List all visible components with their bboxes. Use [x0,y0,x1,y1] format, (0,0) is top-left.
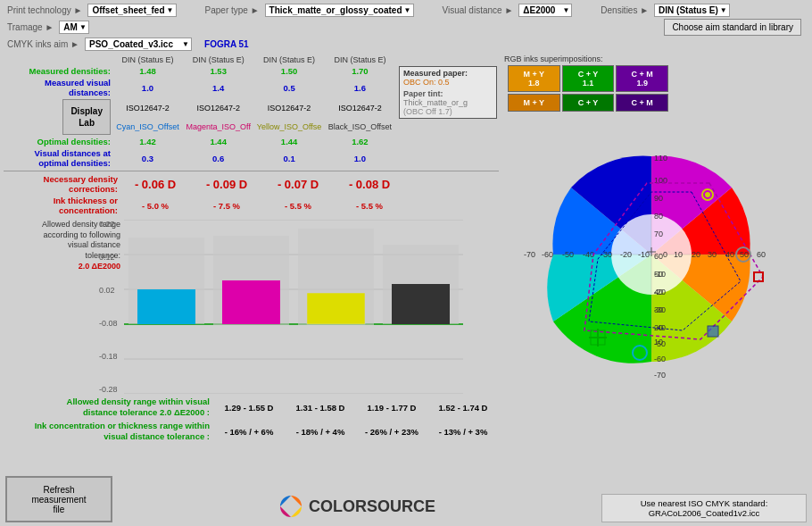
svg-text:70: 70 [654,230,663,238]
svg-text:110: 110 [654,154,667,163]
paper-tint-label: Paper tint: [403,89,493,98]
visual-at-optimal-label: Visual distances at optimal densities: [4,147,112,169]
svg-text:50: 50 [740,250,749,259]
cyan-conc-range: - 16% / + 6% [213,420,285,444]
svg-point-52 [705,192,710,197]
cyan-density-range: 1.29 - 1.55 D [213,396,285,420]
cmyk-dropdown[interactable]: PSO_Coated_v3.icc ▼ [85,38,192,51]
my-top: M + Y 1.8 [508,65,560,92]
svg-text:20: 20 [692,250,700,259]
svg-text:-40: -40 [583,250,594,259]
paper-type-dropdown[interactable]: Thick_matte_or_glossy_coated ▼ [265,4,414,17]
measured-visual-label: Measured visual distances: [4,77,112,98]
my-cell-bottom: M + Y [508,94,560,112]
svg-rect-12 [307,293,365,324]
corrections-table: Necessary density corrections: - 0.06 D … [4,173,499,216]
magenta-measured-visual: 1.4 [183,77,253,98]
optimal-densities-label: Optimal densities: [4,136,112,147]
logo-text: COLORSOURCE [309,497,435,516]
cyan-optimal-density: 1.42 [112,136,183,147]
logo-section: COLORSOURCE [121,490,592,522]
cmyk-arrow-icon: ▼ [182,40,189,48]
density-corrections-label: Necessary density corrections: [4,173,120,195]
cyan-measured-density: 1.48 [112,65,183,77]
cm-bottom: C + M [616,94,668,112]
black-density-range: 1.52 - 1.74 D [427,396,499,420]
y-label-3: 0.02 [99,286,118,295]
yellow-density-correction: - 0.07 D [262,173,334,195]
rgb-superimpositions: RGB inks superimpositions: M + Y 1.8 C +… [504,54,808,112]
iso-recommendation-text: Use nearest ISO CMYK standard: GRACoL200… [641,498,768,518]
svg-text:-30: -30 [654,305,666,314]
choose-aim-button[interactable]: Choose aim standard in library [664,19,801,36]
fogra-label: FOGRA 51 [204,39,249,49]
measured-paper-box: Measured paper: OBC On: 0.5 Paper tint: … [399,66,497,119]
paper-type-label: Paper type ► [205,5,260,15]
top-row-3: CMYK inks aim ► PSO_Coated_v3.icc ▼ FOGR… [7,38,805,51]
magenta-target-ink2: Magenta_ISO_Off [183,117,253,136]
magenta-conc-range: - 18% / + 4% [285,420,356,444]
svg-rect-58 [708,326,718,337]
tramage-dropdown[interactable]: AM ▼ [59,21,89,34]
top-row-1: Print technology ► Offset_sheet_fed ▼ Pa… [7,4,805,17]
visual-distance-dropdown[interactable]: ΔE2000 ▼ [518,4,572,17]
colorsource-logo-icon [278,494,303,519]
svg-rect-10 [137,289,195,324]
ink-concentration-label: Ink thickness or concentration: [4,195,120,216]
paper-measured-section: Measured paper: OBC On: 0.5 Paper tint: … [395,65,499,147]
yellow-optimal-density: 1.44 [253,136,324,147]
svg-text:60: 60 [654,252,663,261]
cyan-measured-visual: 1.0 [112,77,183,98]
svg-text:-60: -60 [654,355,666,363]
top-bar: Print technology ► Offset_sheet_fed ▼ Pa… [0,0,812,53]
black-conc-range: - 13% / + 3% [427,420,499,444]
densities-dropdown[interactable]: DIN (Status E) ▼ [654,4,730,17]
tramage-arrow-icon: ▼ [79,23,87,31]
densities-arrow-icon: ▼ [720,6,727,14]
svg-text:-20: -20 [654,288,666,296]
right-panel: RGB inks superimpositions: M + Y 1.8 C +… [504,54,808,443]
cyan-density-correction: - 0.06 D [120,173,191,195]
black-optimal-density: 1.62 [325,136,395,147]
refresh-measurement-button[interactable]: Refresh measurement file [5,476,112,522]
cy-top: C + Y 1.1 [562,65,615,92]
svg-rect-11 [222,280,280,324]
svg-text:-20: -20 [620,250,632,259]
magenta-measured-density: 1.53 [183,65,253,77]
cy-bottom: C + Y [562,94,615,112]
tramage-label: Tramage ► [7,22,54,32]
density-ranges-section: Allowed density range within visual dist… [4,396,499,443]
col-header-magenta: DIN (Status E) [183,54,253,65]
density-table: DIN (Status E) DIN (Status E) DIN (Statu… [4,54,499,169]
print-tech-label: Print technology ► [7,5,82,15]
svg-text:80: 80 [654,212,663,221]
separator-1 [4,171,499,171]
svg-text:-50: -50 [562,250,574,259]
yellow-measured-density: 1.50 [253,65,324,77]
svg-text:40: 40 [725,250,734,259]
display-lab-cell: Display Lab [4,98,112,136]
bar-chart-svg [124,220,463,394]
black-concentration: - 5.5 % [334,195,405,216]
my-cell-top: M + Y 1.8 [508,65,560,92]
densities-label: Densities ► [601,5,649,15]
cyan-target-ink: ISO12647-2 [112,98,183,117]
iso-recommendation-box: Use nearest ISO CMYK standard: GRACoL200… [601,494,807,522]
density-range-label: Allowed density range within visual dist… [4,396,213,420]
rgb-title: RGB inks superimpositions: [504,54,808,63]
visual-distance-label: Visual distance ► [443,5,514,15]
visual-distance-arrow-icon: ▼ [562,6,569,14]
svg-text:30: 30 [708,250,717,259]
y-axis-labels: 0.22 0.12 0.02 -0.08 -0.18 -0.28 [99,220,118,394]
display-lab-button[interactable]: Display Lab [62,99,111,135]
svg-text:-60: -60 [542,250,553,259]
main-container: Print technology ► Offset_sheet_fed ▼ Pa… [0,0,812,526]
black-visual-at-optimal: 1.0 [325,147,395,169]
print-tech-dropdown[interactable]: Offset_sheet_fed ▼ [87,4,176,17]
magenta-density-range: 1.31 - 1.58 D [285,396,356,420]
measured-densities-label: Measured densities: [4,65,112,77]
cmyk-label: CMYK inks aim ► [7,39,79,49]
yellow-visual-at-optimal: 0.1 [253,147,324,169]
y-label-4: -0.08 [99,319,118,328]
content-row: DIN (Status E) DIN (Status E) DIN (Statu… [0,53,812,445]
